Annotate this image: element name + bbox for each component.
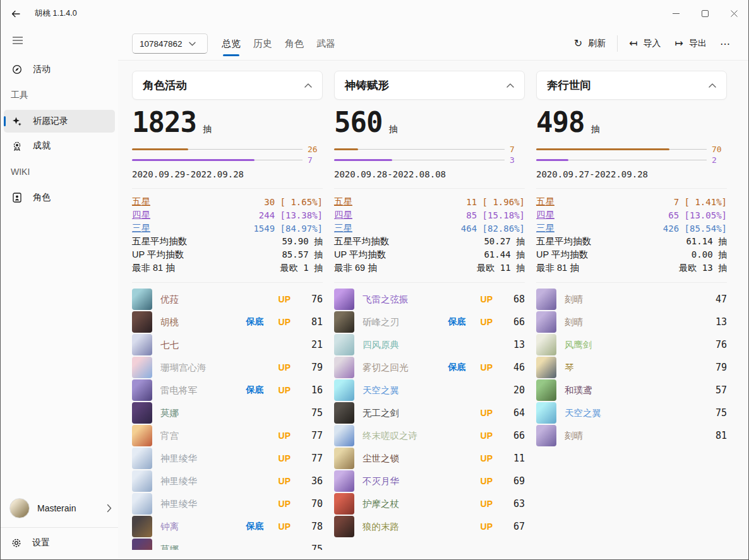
- gauge-track: [334, 149, 505, 150]
- more-button[interactable]: ⋯: [714, 34, 737, 54]
- rarity-link[interactable]: 四星: [132, 209, 259, 221]
- item-name: 飞雷之弦振: [363, 294, 466, 306]
- titlebar: 胡桃 1.1.4.0: [1, 0, 748, 27]
- import-button[interactable]: ↤ 导入: [622, 34, 668, 53]
- banner-card-header[interactable]: 神铸赋形: [334, 71, 525, 100]
- pity-gauges: 73: [334, 144, 525, 165]
- item-avatar: [334, 402, 354, 424]
- export-button[interactable]: ↦ 导出: [668, 34, 714, 53]
- rarity-link[interactable]: 五星: [132, 196, 264, 208]
- close-button[interactable]: [719, 3, 748, 25]
- tab-characters[interactable]: 角色: [284, 27, 305, 60]
- list-item[interactable]: 神里绫华UP77: [132, 447, 323, 470]
- item-count: 69: [507, 475, 525, 487]
- list-item[interactable]: 风鹰剑76: [536, 333, 727, 356]
- sidebar-item-settings[interactable]: 设置: [1, 530, 118, 556]
- list-item[interactable]: 神里绫华UP36: [132, 470, 323, 492]
- total-pulls: 1823抽: [132, 105, 323, 140]
- sidebar-item-characters[interactable]: 角色: [4, 186, 115, 209]
- rarity-link[interactable]: 三星: [536, 222, 663, 234]
- list-item[interactable]: 神里绫华UP70: [132, 492, 323, 515]
- toolbar: 107847862 总览 历史 角色 武器 ↻ 刷新 ↤ 导入 ↦ 导出: [118, 27, 748, 61]
- item-count: 78: [305, 521, 323, 532]
- hamburger-menu-button[interactable]: [7, 31, 28, 50]
- item-name: 琴: [565, 362, 695, 374]
- item-avatar: [132, 379, 152, 401]
- item-count: 66: [507, 430, 525, 441]
- sidebar-item-activity[interactable]: 活动: [4, 58, 115, 81]
- rarity-value: 426 [85.54%]: [663, 223, 727, 234]
- list-item[interactable]: 七七21: [132, 333, 323, 356]
- item-name: 雷电将军: [160, 384, 232, 396]
- back-button[interactable]: [6, 4, 26, 24]
- chevron-up-icon: [709, 83, 716, 88]
- rarity-link[interactable]: 五星: [334, 196, 466, 208]
- list-item[interactable]: 四风原典13: [334, 333, 525, 356]
- item-name: 莫娜: [160, 407, 291, 419]
- stat-label: UP 平均抽数: [132, 249, 282, 261]
- item-count: 11: [507, 453, 525, 464]
- rarity-value: 85 [15.18%]: [466, 210, 525, 220]
- maximize-button[interactable]: [690, 3, 719, 25]
- list-item[interactable]: 胡桃保底UP81: [132, 311, 323, 333]
- list-item[interactable]: 钟离保底UP78: [132, 515, 323, 538]
- list-item[interactable]: 雷电将军保底UP16: [132, 379, 323, 402]
- list-item[interactable]: 刻晴13: [536, 311, 727, 333]
- tab-overview[interactable]: 总览: [220, 27, 242, 60]
- list-item[interactable]: 不灭月华UP69: [334, 470, 525, 492]
- divider: [334, 188, 525, 189]
- chevron-down-icon: [189, 42, 196, 46]
- average-stat-row: 五星平均抽数50.27 抽: [334, 235, 525, 248]
- item-name: 刻晴: [565, 294, 695, 306]
- list-item[interactable]: 宵宫UP77: [132, 424, 323, 447]
- user-avatar: [9, 498, 30, 518]
- list-item[interactable]: 雾切之回光保底UP46: [334, 356, 525, 379]
- tab-history[interactable]: 历史: [252, 27, 273, 60]
- list-item[interactable]: 琴79: [536, 356, 727, 379]
- item-avatar: [132, 357, 152, 378]
- user-account-row[interactable]: Masterain: [1, 492, 118, 525]
- list-item[interactable]: 莫娜75: [132, 402, 323, 424]
- gauge-fill: [132, 159, 255, 161]
- list-item[interactable]: 狼的末路UP67: [334, 515, 525, 538]
- list-item[interactable]: 护摩之杖UP63: [334, 492, 525, 515]
- tab-weapons[interactable]: 武器: [315, 27, 337, 60]
- gauge-track: [536, 160, 707, 160]
- stats-block: 五星7 [ 1.41%]四星65 [13.05%]三星426 [85.54%]五…: [536, 195, 727, 275]
- banner-card-header[interactable]: 角色活动: [132, 71, 323, 100]
- list-item[interactable]: 斫峰之刃保底UP66: [334, 311, 525, 333]
- rarity-link[interactable]: 五星: [536, 196, 674, 208]
- minimize-button[interactable]: [661, 3, 690, 25]
- rarity-link[interactable]: 四星: [536, 209, 668, 221]
- gear-icon: [11, 538, 22, 548]
- list-item[interactable]: 终末嗟叹之诗UP66: [334, 424, 525, 447]
- list-item[interactable]: 刻晴81: [536, 424, 727, 447]
- average-stat-row: UP 平均抽数61.44 抽: [334, 248, 525, 261]
- sidebar-item-achievements[interactable]: 成就: [4, 134, 115, 157]
- rarity-link[interactable]: 三星: [334, 222, 461, 234]
- sidebar-item-wish-records[interactable]: 祈愿记录: [4, 110, 115, 133]
- list-item[interactable]: 莫娜75: [132, 538, 323, 550]
- item-avatar: [334, 334, 354, 355]
- list-item[interactable]: 和璞鸢57: [536, 379, 727, 402]
- list-item[interactable]: 天空之翼75: [536, 402, 727, 424]
- up-badge: UP: [481, 294, 493, 304]
- banner-card-header[interactable]: 奔行世间: [536, 71, 727, 100]
- refresh-button[interactable]: ↻ 刷新: [567, 34, 613, 53]
- rarity-link[interactable]: 三星: [132, 222, 253, 234]
- rarity-link[interactable]: 四星: [334, 209, 466, 221]
- list-item[interactable]: 珊瑚宫心海UP79: [132, 356, 323, 379]
- up-badge: UP: [279, 317, 291, 327]
- item-name: 狼的末路: [363, 521, 466, 533]
- list-item[interactable]: 尘世之锁UP11: [334, 447, 525, 470]
- list-item[interactable]: 无工之剑UP64: [334, 402, 525, 424]
- item-count: 77: [305, 453, 323, 464]
- list-item[interactable]: 优菈UP76: [132, 288, 323, 311]
- up-badge: UP: [481, 521, 493, 532]
- list-item[interactable]: 飞雷之弦振UP68: [334, 288, 525, 311]
- account-selector[interactable]: 107847862: [132, 33, 208, 54]
- list-item[interactable]: 刻晴47: [536, 288, 727, 311]
- list-item[interactable]: 天空之翼20: [334, 379, 525, 402]
- item-avatar: [132, 448, 152, 469]
- rarity-value: 65 [13.05%]: [668, 210, 727, 220]
